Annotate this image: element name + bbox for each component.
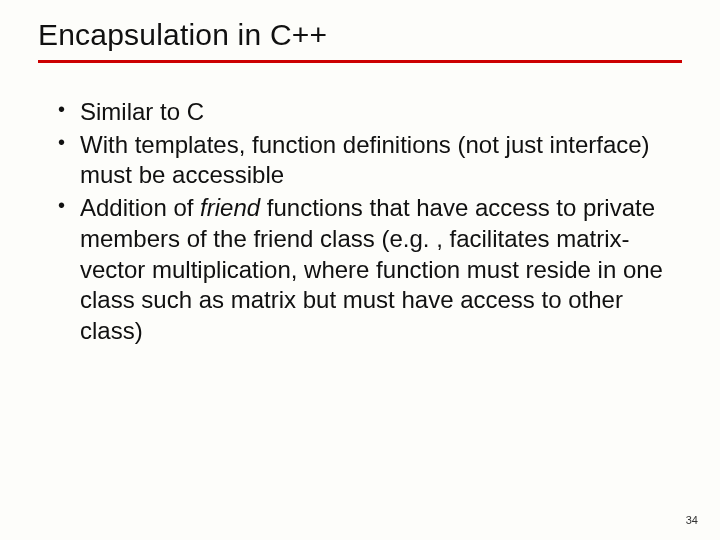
bullet-item: Addition of friend functions that have a… bbox=[58, 193, 682, 347]
bullet-list: Similar to C With templates, function de… bbox=[38, 97, 682, 347]
page-number: 34 bbox=[686, 514, 698, 526]
bullet-item: With templates, function definitions (no… bbox=[58, 130, 682, 191]
slide-title: Encapsulation in C++ bbox=[38, 18, 682, 52]
bullet-text-pre: Addition of bbox=[80, 194, 200, 221]
bullet-item: Similar to C bbox=[58, 97, 682, 128]
slide: Encapsulation in C++ Similar to C With t… bbox=[0, 0, 720, 540]
bullet-text-emph-friend: friend bbox=[200, 194, 260, 221]
title-underline bbox=[38, 60, 682, 63]
